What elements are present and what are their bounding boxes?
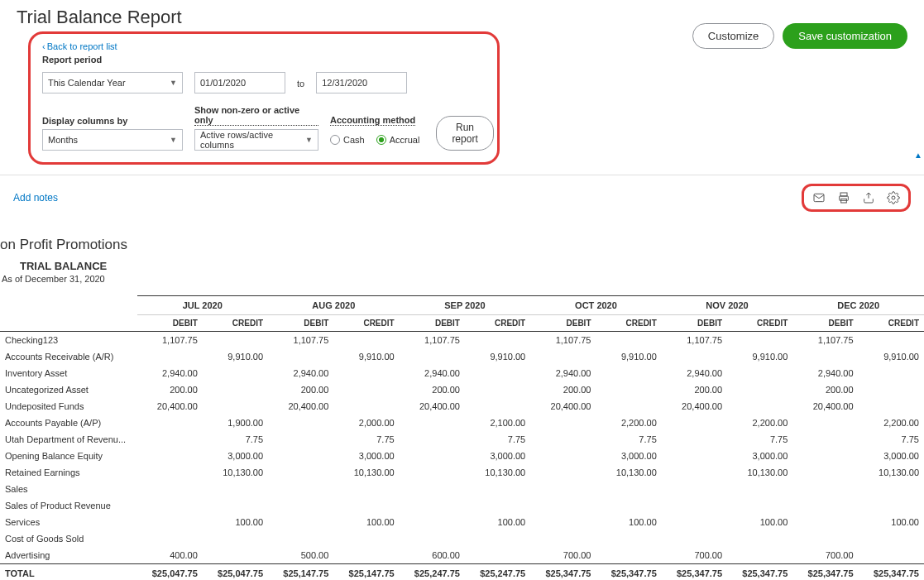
value-cell[interactable] bbox=[203, 381, 268, 398]
value-cell[interactable] bbox=[268, 514, 333, 530]
value-cell[interactable] bbox=[268, 448, 333, 464]
value-cell[interactable] bbox=[137, 415, 203, 431]
customize-button[interactable]: Customize bbox=[692, 23, 774, 49]
value-cell[interactable] bbox=[859, 497, 924, 514]
date-from-input[interactable]: 01/01/2020 bbox=[194, 72, 285, 93]
save-customization-button[interactable]: Save customization bbox=[783, 23, 907, 49]
value-cell[interactable] bbox=[662, 514, 727, 530]
value-cell[interactable] bbox=[333, 381, 399, 398]
value-cell[interactable]: 10,130.00 bbox=[203, 464, 268, 481]
value-cell[interactable] bbox=[662, 431, 727, 448]
value-cell[interactable]: 7.75 bbox=[727, 431, 792, 448]
value-cell[interactable]: 10,130.00 bbox=[859, 464, 924, 481]
value-cell[interactable] bbox=[333, 530, 399, 547]
account-name-cell[interactable]: Services bbox=[0, 514, 137, 530]
value-cell[interactable]: 3,000.00 bbox=[596, 448, 661, 464]
date-to-input[interactable]: 12/31/2020 bbox=[316, 72, 407, 93]
value-cell[interactable]: 2,940.00 bbox=[530, 365, 596, 381]
value-cell[interactable]: 700.00 bbox=[792, 547, 858, 564]
value-cell[interactable]: 20,400.00 bbox=[268, 398, 333, 415]
account-name-cell[interactable]: Utah Department of Revenu... bbox=[0, 431, 137, 448]
value-cell[interactable] bbox=[530, 415, 596, 431]
value-cell[interactable]: 20,400.00 bbox=[662, 398, 727, 415]
value-cell[interactable]: 10,130.00 bbox=[596, 464, 661, 481]
value-cell[interactable]: 500.00 bbox=[268, 547, 333, 564]
account-name-cell[interactable]: Opening Balance Equity bbox=[0, 448, 137, 464]
accounting-method-label[interactable]: Accounting method bbox=[330, 115, 415, 126]
value-cell[interactable]: 3,000.00 bbox=[333, 448, 399, 464]
value-cell[interactable] bbox=[859, 365, 924, 381]
value-cell[interactable] bbox=[203, 481, 268, 497]
value-cell[interactable] bbox=[792, 464, 858, 481]
value-cell[interactable] bbox=[662, 497, 727, 514]
period-preset-select[interactable]: This Calendar Year▼ bbox=[42, 72, 183, 93]
value-cell[interactable] bbox=[268, 415, 333, 431]
value-cell[interactable] bbox=[596, 398, 661, 415]
value-cell[interactable] bbox=[662, 464, 727, 481]
value-cell[interactable] bbox=[268, 464, 333, 481]
value-cell[interactable]: 100.00 bbox=[596, 514, 661, 530]
value-cell[interactable] bbox=[727, 365, 792, 381]
value-cell[interactable] bbox=[400, 530, 465, 547]
value-cell[interactable] bbox=[268, 497, 333, 514]
value-cell[interactable] bbox=[465, 398, 530, 415]
value-cell[interactable]: 20,400.00 bbox=[400, 398, 465, 415]
account-name-cell[interactable]: Accounts Receivable (A/R) bbox=[0, 348, 137, 365]
value-cell[interactable]: 7.75 bbox=[596, 431, 661, 448]
value-cell[interactable] bbox=[662, 448, 727, 464]
export-icon[interactable] bbox=[862, 191, 875, 204]
value-cell[interactable] bbox=[333, 332, 399, 349]
value-cell[interactable] bbox=[859, 481, 924, 497]
value-cell[interactable] bbox=[792, 415, 858, 431]
account-name-cell[interactable]: Uncategorized Asset bbox=[0, 381, 137, 398]
value-cell[interactable]: 1,107.75 bbox=[400, 332, 465, 349]
value-cell[interactable] bbox=[792, 448, 858, 464]
value-cell[interactable] bbox=[727, 481, 792, 497]
value-cell[interactable] bbox=[859, 547, 924, 564]
value-cell[interactable]: 1,107.75 bbox=[662, 332, 727, 349]
gear-icon[interactable] bbox=[887, 191, 900, 204]
value-cell[interactable] bbox=[333, 497, 399, 514]
value-cell[interactable]: 200.00 bbox=[400, 381, 465, 398]
value-cell[interactable] bbox=[203, 530, 268, 547]
value-cell[interactable] bbox=[859, 332, 924, 349]
value-cell[interactable] bbox=[400, 448, 465, 464]
value-cell[interactable]: 600.00 bbox=[400, 547, 465, 564]
value-cell[interactable] bbox=[727, 332, 792, 349]
value-cell[interactable]: 2,100.00 bbox=[465, 415, 530, 431]
value-cell[interactable]: 200.00 bbox=[530, 381, 596, 398]
value-cell[interactable] bbox=[530, 530, 596, 547]
value-cell[interactable]: 9,910.00 bbox=[333, 348, 399, 365]
value-cell[interactable] bbox=[596, 365, 661, 381]
account-name-cell[interactable]: Sales of Product Revenue bbox=[0, 497, 137, 514]
value-cell[interactable] bbox=[268, 481, 333, 497]
value-cell[interactable] bbox=[203, 365, 268, 381]
add-notes-link[interactable]: Add notes bbox=[13, 192, 58, 204]
value-cell[interactable] bbox=[203, 332, 268, 349]
value-cell[interactable] bbox=[792, 530, 858, 547]
value-cell[interactable]: 700.00 bbox=[662, 547, 727, 564]
value-cell[interactable]: 10,130.00 bbox=[465, 464, 530, 481]
value-cell[interactable]: 2,940.00 bbox=[662, 365, 727, 381]
value-cell[interactable]: 2,940.00 bbox=[137, 365, 203, 381]
value-cell[interactable]: 10,130.00 bbox=[333, 464, 399, 481]
value-cell[interactable] bbox=[137, 448, 203, 464]
value-cell[interactable] bbox=[859, 398, 924, 415]
value-cell[interactable] bbox=[530, 514, 596, 530]
value-cell[interactable] bbox=[662, 415, 727, 431]
value-cell[interactable] bbox=[596, 547, 661, 564]
value-cell[interactable] bbox=[596, 481, 661, 497]
value-cell[interactable] bbox=[662, 481, 727, 497]
value-cell[interactable]: 700.00 bbox=[530, 547, 596, 564]
value-cell[interactable] bbox=[596, 497, 661, 514]
account-name-cell[interactable]: Undeposited Funds bbox=[0, 398, 137, 415]
value-cell[interactable] bbox=[792, 481, 858, 497]
value-cell[interactable]: 2,940.00 bbox=[792, 365, 858, 381]
value-cell[interactable] bbox=[465, 481, 530, 497]
value-cell[interactable] bbox=[859, 381, 924, 398]
value-cell[interactable]: 100.00 bbox=[859, 514, 924, 530]
value-cell[interactable] bbox=[662, 348, 727, 365]
value-cell[interactable] bbox=[792, 497, 858, 514]
value-cell[interactable]: 3,000.00 bbox=[859, 448, 924, 464]
value-cell[interactable]: 20,400.00 bbox=[137, 398, 203, 415]
